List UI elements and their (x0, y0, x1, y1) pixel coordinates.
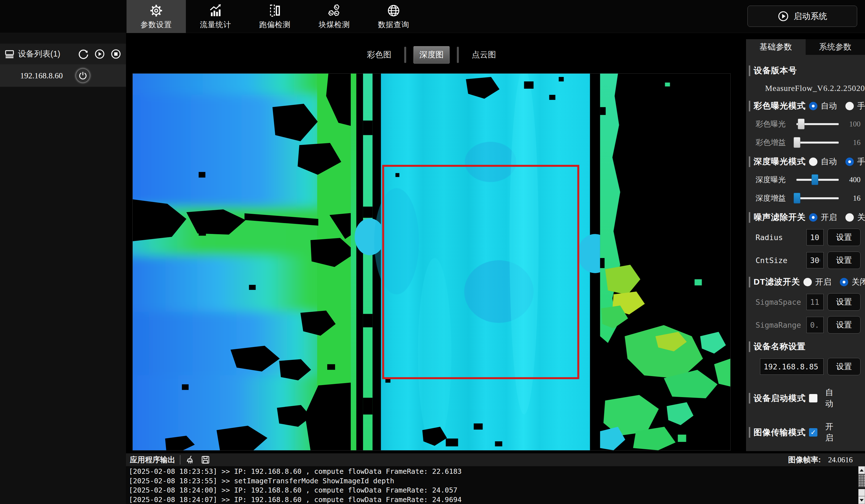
save-log-button[interactable] (200, 455, 211, 465)
section-device-start-mode: 设备启动模式 自动 (749, 387, 861, 409)
section-noise-filter: 噪声滤除开关 开启 关闭 (749, 212, 861, 223)
log-line: [2025-02-08 18:23:55] >> setImageTransfe… (129, 476, 858, 486)
noise-filter-on-radio[interactable] (809, 213, 817, 222)
play-circle-icon (777, 10, 789, 22)
start-system-label: 启动系统 (794, 11, 827, 22)
section-accent-bar (749, 156, 750, 167)
sigmaspace-set-button[interactable]: 设置 (828, 293, 861, 310)
device-version-value: MeasureFlow_V6.2.2.250207 (765, 84, 861, 93)
device-power-button[interactable] (76, 69, 90, 82)
device-row[interactable]: 192.168.8.60 (0, 65, 126, 87)
tab-basic-params[interactable]: 基础参数 (746, 39, 806, 55)
color-exposure-slider[interactable] (796, 118, 839, 130)
refresh-devices-button[interactable] (77, 48, 90, 60)
globe-icon (387, 4, 401, 17)
toolbar-item-deviation-detect[interactable]: 跑偏检测 (245, 0, 304, 33)
device-list-icon (4, 48, 15, 60)
section-accent-bar (749, 66, 750, 76)
color-gain-slider[interactable] (796, 136, 839, 149)
device-name-field-row: 设置 (760, 358, 861, 375)
cntsize-input[interactable] (807, 252, 823, 268)
toolbar-item-param-settings[interactable]: 参数设置 (127, 0, 186, 33)
toolbar-item-label: 块煤检测 (319, 20, 350, 30)
device-start-auto-checkbox[interactable] (809, 394, 817, 402)
device-list-header: 设备列表(1) (0, 44, 126, 65)
color-exposure-manual-radio[interactable] (845, 102, 854, 110)
depth-map-image[interactable] (133, 74, 730, 450)
toolbar-item-label: 跑偏检测 (259, 20, 291, 30)
radius-field-row: Radius 设置 (756, 228, 861, 246)
radius-set-button[interactable]: 设置 (828, 228, 861, 246)
tab-depth-image[interactable]: 深度图 (414, 46, 450, 63)
clear-log-button[interactable] (185, 455, 196, 465)
sigmarange-field-row: SigmaRange 设置 (756, 316, 861, 333)
parameter-panel: 基础参数 系统参数 设备版本号 MeasureFlow_V6.2.2.25020… (746, 39, 865, 451)
device-list-title: 设备列表(1) (18, 48, 60, 60)
section-accent-bar (749, 277, 750, 288)
tab-color-image[interactable]: 彩色图 (361, 46, 397, 63)
tab-point-cloud[interactable]: 点云图 (466, 46, 501, 63)
log-line: [2025-02-08 18:24:00] >> IP: 192.168.8.6… (129, 485, 858, 495)
section-device-version: 设备版本号 (749, 65, 861, 77)
toolbar-item-coal-detect[interactable]: 块煤检测 (304, 0, 364, 33)
stop-all-devices-button[interactable] (110, 48, 122, 60)
dt-filter-off-radio[interactable] (840, 278, 848, 286)
dt-filter-on-radio[interactable] (804, 278, 812, 286)
sigmarange-input[interactable] (807, 317, 823, 333)
toolbar-item-label: 参数设置 (140, 20, 172, 30)
device-sidebar: 设备列表(1) 192.168.8.60 (0, 33, 126, 504)
image-transfer-on-checkbox[interactable]: ✓ (809, 428, 817, 436)
toolbar-item-label: 流量统计 (200, 20, 231, 30)
scrollbar-page-button[interactable] (858, 489, 865, 496)
depth-exposure-slider[interactable] (796, 174, 839, 186)
radius-input[interactable] (807, 229, 823, 245)
depth-map-viewport[interactable] (132, 73, 731, 450)
device-name-set-button[interactable]: 设置 (828, 358, 861, 375)
toolbar-item-flow-stats[interactable]: 流量统计 (186, 0, 245, 33)
tab-system-params[interactable]: 系统参数 (806, 39, 865, 55)
image-view-tabs: 彩色图 深度图 点云图 (132, 45, 731, 65)
toolbar-item-data-query[interactable]: 数据查询 (364, 0, 423, 33)
toolbar-buttons: 参数设置 流量统计 跑偏检测 (127, 0, 423, 33)
sigmaspace-input[interactable] (807, 294, 823, 310)
depth-exposure-slider-row: 深度曝光 400 (756, 174, 861, 186)
log-line: [2025-02-08 18:23:53] >> IP: 192.168.8.6… (129, 467, 858, 476)
scrollbar-thumb[interactable] (858, 474, 865, 487)
device-name-input[interactable] (760, 359, 823, 375)
depth-exposure-manual-radio[interactable] (845, 157, 854, 166)
color-gain-value: 16 (843, 138, 861, 147)
depth-gain-slider[interactable] (796, 192, 839, 204)
section-accent-bar (749, 212, 750, 223)
cntsize-set-button[interactable]: 设置 (828, 251, 861, 269)
depth-exposure-auto-radio[interactable] (809, 157, 817, 166)
color-gain-handle[interactable] (794, 137, 800, 148)
bar-chart-icon (209, 4, 222, 17)
start-system-button[interactable]: 启动系统 (747, 5, 857, 27)
section-accent-bar (749, 341, 750, 352)
depth-gain-handle[interactable] (794, 193, 800, 203)
log-panel: 应用程序输出 图像帧率: 24.0616 [2025-02-08 18:23:5… (126, 453, 865, 504)
log-header-divider (180, 455, 181, 465)
color-exposure-auto-radio[interactable] (809, 102, 817, 110)
log-scrollbar[interactable] (858, 466, 865, 504)
color-gain-slider-row: 彩色增益 16 (756, 136, 861, 149)
color-exposure-handle[interactable] (798, 119, 805, 129)
log-output: [2025-02-08 18:23:53] >> IP: 192.168.8.6… (126, 466, 858, 504)
section-accent-bar (749, 393, 750, 403)
deviation-detect-icon (268, 4, 282, 17)
gear-icon (149, 4, 163, 17)
depth-gain-value: 16 (843, 194, 861, 203)
section-color-exposure-mode: 彩色曝光模式 自动 手动 (749, 100, 861, 112)
scroll-up-button[interactable] (858, 466, 865, 474)
tab-separator (404, 47, 406, 63)
parameter-tabs: 基础参数 系统参数 (746, 39, 865, 55)
sigmaspace-field-row: SigmaSpace 设置 (756, 293, 861, 310)
scroll-down-button[interactable] (858, 496, 865, 504)
depth-exposure-handle[interactable] (811, 174, 818, 185)
depth-gain-slider-row: 深度增益 16 (756, 192, 861, 204)
log-header: 应用程序输出 图像帧率: 24.0616 (126, 453, 865, 466)
sigmarange-set-button[interactable]: 设置 (828, 316, 861, 333)
device-ip: 192.168.8.60 (20, 71, 63, 80)
noise-filter-off-radio[interactable] (845, 213, 854, 222)
start-all-devices-button[interactable] (93, 48, 106, 60)
